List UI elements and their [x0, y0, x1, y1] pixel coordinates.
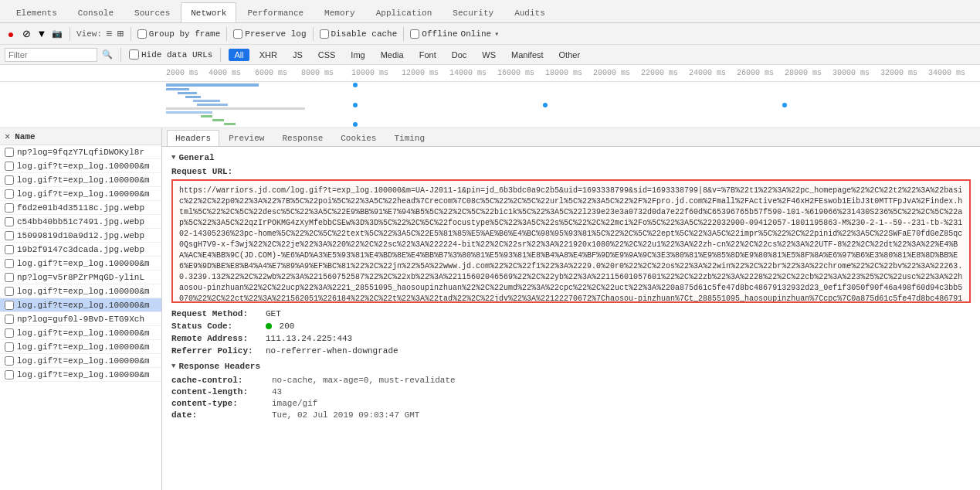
filter-input[interactable]: [5, 48, 97, 62]
request-item-3[interactable]: log.gif?t=exp_log.100000&m: [0, 187, 161, 201]
detail-tab-headers[interactable]: Headers: [167, 130, 219, 146]
timeline-tick-16: 32000 ms: [880, 69, 917, 77]
grid-view-icon[interactable]: ⊞: [117, 27, 123, 40]
general-section-title: General: [178, 153, 214, 162]
request-item-7[interactable]: 19b2f9147c3dcada.jpg.webp: [0, 243, 161, 257]
request-item-10-checkbox[interactable]: [5, 287, 14, 296]
detail-tab-cookies[interactable]: Cookies: [332, 130, 385, 146]
detail-tab-preview[interactable]: Preview: [220, 130, 273, 146]
filter-button[interactable]: ▼: [36, 28, 48, 40]
list-view-icon[interactable]: ≡: [106, 28, 112, 40]
tab-security[interactable]: Security: [443, 2, 504, 22]
request-item-9-checkbox[interactable]: [5, 273, 14, 282]
request-item-3-checkbox[interactable]: [5, 189, 14, 199]
tab-elements[interactable]: Elements: [6, 2, 67, 22]
filter-bar: 🔍 Hide data URLs All XHR JS CSS Img Medi…: [0, 45, 980, 65]
request-item-0-checkbox[interactable]: [5, 148, 14, 157]
right-panel: Headers Preview Response Cookies Timing …: [162, 128, 980, 490]
response-header-3-name: date:: [171, 410, 272, 420]
tab-console[interactable]: Console: [68, 2, 124, 22]
referrer-policy-label: Referrer Policy:: [171, 346, 264, 356]
request-item-1-checkbox[interactable]: [5, 162, 14, 171]
request-item-0[interactable]: np?log=9fqzY7LqfiDWOKyl8r: [0, 145, 161, 159]
timeline-tick-15: 30000 ms: [832, 69, 870, 77]
filter-js-button[interactable]: JS: [287, 49, 308, 61]
request-item-15[interactable]: log.gif?t=exp_log.100000&m: [0, 354, 161, 368]
request-item-14-checkbox[interactable]: [5, 342, 14, 352]
filter-ws-button[interactable]: WS: [476, 49, 501, 61]
filter-all-button[interactable]: All: [229, 49, 249, 61]
response-header-0-value: no-cache, max-age=0, must-revalidate: [272, 376, 456, 385]
request-item-11[interactable]: log.gif?t=exp_log.100000&m: [0, 298, 161, 312]
request-item-6-checkbox[interactable]: [5, 231, 14, 240]
timeline-tick-1: 2000 ms: [166, 69, 198, 77]
group-by-frame-checkbox[interactable]: [137, 29, 147, 39]
hide-data-urls-checkbox[interactable]: [129, 49, 139, 60]
offline-label[interactable]: Offline: [410, 29, 457, 39]
filter-font-button[interactable]: Font: [414, 49, 442, 61]
preserve-log-label[interactable]: Preserve log: [233, 29, 306, 39]
timeline-tick-10: 20000 ms: [593, 69, 630, 77]
group-by-frame-label[interactable]: Group by frame: [137, 29, 220, 39]
hide-data-urls-label[interactable]: Hide data URLs: [129, 49, 212, 60]
detail-tab-response[interactable]: Response: [273, 130, 331, 146]
disable-cache-label[interactable]: Disable cache: [320, 29, 398, 39]
remote-address-label: Remote Address:: [171, 334, 264, 343]
request-item-4-checkbox[interactable]: [5, 203, 14, 213]
status-ok-indicator: [266, 323, 272, 329]
request-item-5-checkbox[interactable]: [5, 217, 14, 226]
request-item-16[interactable]: log.gif?t=exp_log.100000&m: [0, 368, 161, 382]
capture-screenshots-button[interactable]: 📷: [51, 28, 63, 40]
request-item-8[interactable]: log.gif?t=exp_log.100000&m: [0, 257, 161, 271]
request-item-5[interactable]: c54bb40bb51c7491.jpg.webp: [0, 215, 161, 229]
online-dropdown-arrow[interactable]: ▾: [494, 29, 499, 39]
request-item-16-checkbox[interactable]: [5, 370, 14, 379]
request-item-12[interactable]: np?log=guf0l-9BvD-ETG9Xch: [0, 312, 161, 326]
request-item-9[interactable]: np?log=v5r8PZrPMqGD-ylinL: [0, 271, 161, 284]
tab-sources[interactable]: Sources: [124, 2, 180, 22]
filter-img-button[interactable]: Img: [345, 49, 370, 61]
request-item-1[interactable]: log.gif?t=exp_log.100000&m: [0, 159, 161, 173]
request-url-label: Request URL:: [171, 167, 264, 176]
request-item-14[interactable]: log.gif?t=exp_log.100000&m: [0, 340, 161, 354]
request-item-8-checkbox[interactable]: [5, 259, 14, 268]
request-item-1-name: log.gif?t=exp_log.100000&m: [17, 162, 150, 171]
tab-network[interactable]: Network: [181, 2, 236, 22]
request-item-10[interactable]: log.gif?t=exp_log.100000&m: [0, 284, 161, 298]
request-item-13[interactable]: log.gif?t=exp_log.100000&m: [0, 326, 161, 340]
preserve-log-checkbox[interactable]: [233, 29, 242, 39]
toolbar-separator-1: [70, 27, 70, 41]
request-item-15-checkbox[interactable]: [5, 356, 14, 366]
request-item-12-checkbox[interactable]: [5, 315, 14, 324]
close-detail-button[interactable]: ✕: [5, 131, 10, 142]
timeline-tick-5: 10000 ms: [351, 69, 388, 77]
filter-media-button[interactable]: Media: [375, 49, 409, 61]
disable-cache-checkbox[interactable]: [320, 29, 329, 39]
tab-performance[interactable]: Performance: [237, 2, 314, 22]
filter-xhr-button[interactable]: XHR: [254, 49, 283, 61]
request-item-13-checkbox[interactable]: [5, 328, 14, 338]
status-code-value: 200: [266, 322, 294, 331]
request-item-2[interactable]: log.gif?t=exp_log.100000&m: [0, 173, 161, 187]
tab-memory[interactable]: Memory: [314, 2, 365, 22]
timeline-header: 2000 ms 4000 ms 6000 ms 8000 ms 10000 ms…: [0, 65, 980, 82]
filter-doc-button[interactable]: Doc: [446, 49, 473, 61]
filter-manifest-button[interactable]: Manifest: [506, 49, 549, 61]
request-item-6-name: 15099819d10a9d12.jpg.webp: [17, 231, 144, 240]
detail-tab-timing[interactable]: Timing: [385, 130, 433, 146]
filter-other-button[interactable]: Other: [554, 49, 586, 61]
request-item-2-checkbox[interactable]: [5, 175, 14, 185]
filter-css-button[interactable]: CSS: [313, 49, 341, 61]
record-button[interactable]: ●: [5, 28, 17, 40]
tab-audits[interactable]: Audits: [504, 2, 555, 22]
svg-rect-10: [224, 123, 236, 125]
clear-button[interactable]: ⊘: [20, 28, 32, 40]
offline-checkbox[interactable]: [410, 29, 419, 39]
request-item-6[interactable]: 15099819d10a9d12.jpg.webp: [0, 229, 161, 243]
request-item-4[interactable]: f6d2e01b4d35118c.jpg.webp: [0, 201, 161, 215]
request-item-7-checkbox[interactable]: [5, 245, 14, 254]
tab-application[interactable]: Application: [366, 2, 443, 22]
timeline-tick-3: 6000 ms: [255, 69, 287, 77]
request-item-11-checkbox[interactable]: [5, 301, 14, 310]
svg-point-11: [353, 83, 358, 87]
